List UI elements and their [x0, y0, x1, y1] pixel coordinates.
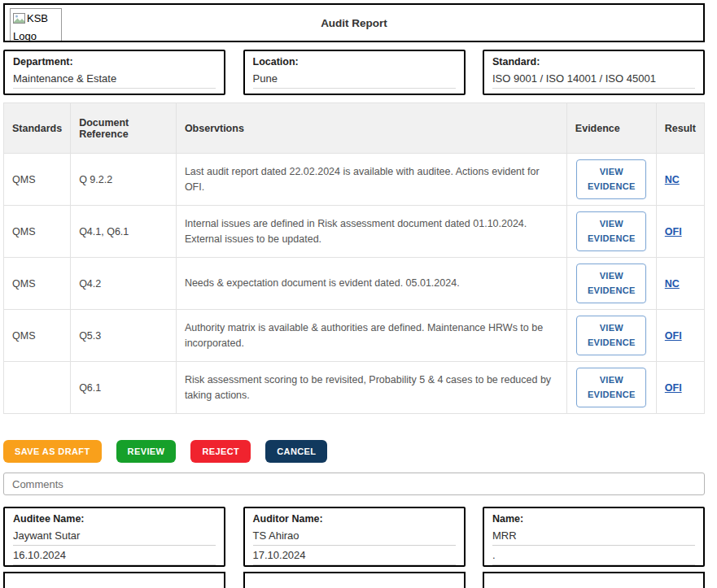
table-row: QMS Q5.3 Authority matrix is available &…	[4, 310, 705, 362]
view-evidence-button[interactable]: VIEW EVIDENCE	[576, 264, 646, 303]
ksb-logo-broken-image: KSB Logo	[10, 8, 62, 42]
auditor-name-value[interactable]: TS Ahirao	[253, 529, 456, 546]
col-header-document-reference: Document Reference	[71, 103, 177, 154]
cancel-button[interactable]: CANCEL	[265, 440, 327, 463]
observations-cell: Risk assessment scoring to be revisited,…	[176, 362, 566, 414]
location-field: Location: Pune	[243, 50, 466, 95]
department-value[interactable]: Maintenance & Estate	[13, 72, 216, 89]
table-row: Q6.1 Risk assessment scoring to be revis…	[4, 362, 705, 414]
standards-cell: QMS	[4, 154, 71, 206]
result-cell: NC	[656, 154, 704, 206]
observations-cell: Needs & expectation document is evident …	[176, 258, 566, 310]
clipped-field-box	[483, 572, 705, 588]
clipped-bottom-row	[3, 572, 705, 588]
auditor-label: Auditor Name:	[253, 513, 456, 525]
evidence-cell: VIEW EVIDENCE	[566, 206, 656, 258]
col-header-observations: Observtions	[176, 103, 566, 154]
location-value[interactable]: Pune	[253, 72, 456, 89]
standards-cell: QMS	[4, 258, 71, 310]
signature-row: Auditee Name: Jaywant Sutar 16.10.2024 A…	[3, 507, 705, 567]
auditor-field: Auditor Name: TS Ahirao 17.10.2024	[243, 507, 466, 567]
result-link[interactable]: OFI	[665, 226, 682, 237]
name-date-value[interactable]: .	[492, 549, 695, 565]
doc-ref-cell: Q6.1	[71, 362, 177, 414]
audit-observations-table: Standards Document Reference Observtions…	[3, 102, 705, 414]
table-row: QMS Q4.1, Q6.1 Internal issues are defin…	[4, 206, 705, 258]
table-row: QMS Q 9.2.2 Last audit report dated 22.0…	[4, 154, 705, 206]
clipped-field-box	[243, 572, 466, 588]
table-header-row: Standards Document Reference Observtions…	[4, 103, 705, 154]
doc-ref-cell: Q4.2	[71, 258, 177, 310]
info-row: Department: Maintenance & Estate Locatio…	[3, 50, 705, 95]
result-cell: OFI	[656, 206, 704, 258]
standards-cell: QMS	[4, 206, 71, 258]
result-link[interactable]: OFI	[665, 330, 682, 342]
audit-report-page: KSB Logo Audit Report Department: Mainte…	[3, 3, 705, 588]
page-title: Audit Report	[321, 17, 387, 29]
name-value[interactable]: MRR	[492, 529, 695, 546]
col-header-standards: Standards	[4, 103, 71, 154]
name-field: Name: MRR .	[483, 507, 705, 567]
observations-cell: Internal issues are defined in Risk asse…	[176, 206, 566, 258]
auditee-date-value[interactable]: 16.10.2024	[13, 549, 216, 565]
result-link[interactable]: NC	[665, 174, 680, 185]
evidence-cell: VIEW EVIDENCE	[566, 154, 656, 206]
review-button[interactable]: REVIEW	[116, 440, 177, 463]
report-header: KSB Logo Audit Report	[3, 3, 705, 42]
department-label: Department:	[13, 56, 216, 68]
standard-value[interactable]: ISO 9001 / ISO 14001 / ISO 45001	[492, 72, 695, 89]
result-link[interactable]: OFI	[665, 382, 682, 394]
save-as-draft-button[interactable]: SAVE AS DRAFT	[3, 440, 102, 463]
observations-cell: Last audit report dated 22.02.2024 is av…	[176, 154, 566, 206]
result-cell: NC	[656, 258, 704, 310]
doc-ref-cell: Q5.3	[71, 310, 177, 362]
auditee-label: Auditee Name:	[13, 513, 216, 525]
view-evidence-button[interactable]: VIEW EVIDENCE	[576, 316, 646, 355]
result-cell: OFI	[656, 310, 704, 362]
col-header-evidence: Evidence	[566, 103, 656, 154]
evidence-cell: VIEW EVIDENCE	[566, 258, 656, 310]
standards-cell: QMS	[4, 310, 71, 362]
table-row: QMS Q4.2 Needs & expectation document is…	[4, 258, 705, 310]
comments-input[interactable]	[3, 473, 705, 495]
col-header-result: Result	[656, 103, 704, 154]
broken-image-icon	[13, 12, 25, 28]
name-label: Name:	[492, 513, 695, 525]
evidence-cell: VIEW EVIDENCE	[566, 362, 656, 414]
doc-ref-cell: Q4.1, Q6.1	[71, 206, 177, 258]
auditee-name-value[interactable]: Jaywant Sutar	[13, 529, 216, 546]
location-label: Location:	[253, 56, 456, 68]
auditor-date-value[interactable]: 17.10.2024	[253, 549, 456, 565]
standard-label: Standard:	[492, 56, 695, 68]
standard-field: Standard: ISO 9001 / ISO 14001 / ISO 450…	[483, 50, 705, 95]
department-field: Department: Maintenance & Estate	[3, 50, 225, 95]
doc-ref-cell: Q 9.2.2	[71, 154, 177, 206]
clipped-field-box	[3, 572, 225, 588]
standards-cell	[4, 362, 71, 414]
auditee-field: Auditee Name: Jaywant Sutar 16.10.2024	[3, 507, 225, 567]
reject-button[interactable]: REJECT	[190, 440, 251, 463]
result-cell: OFI	[656, 362, 704, 414]
evidence-cell: VIEW EVIDENCE	[566, 310, 656, 362]
view-evidence-button[interactable]: VIEW EVIDENCE	[576, 368, 646, 407]
observations-cell: Authority matrix is available & authorit…	[176, 310, 566, 362]
result-link[interactable]: NC	[665, 278, 680, 290]
view-evidence-button[interactable]: VIEW EVIDENCE	[576, 159, 646, 198]
action-buttons-row: SAVE AS DRAFT REVIEW REJECT CANCEL	[3, 440, 705, 463]
view-evidence-button[interactable]: VIEW EVIDENCE	[576, 211, 646, 250]
